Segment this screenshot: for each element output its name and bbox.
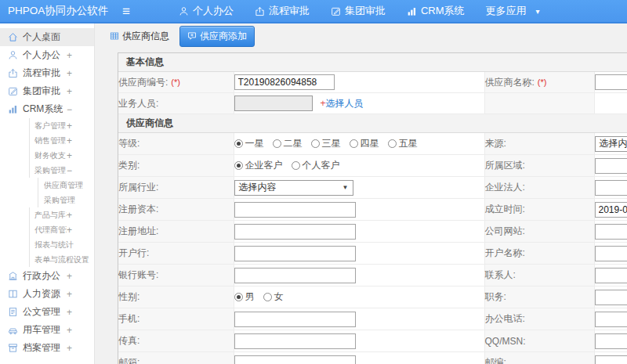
sidebar-item[interactable]: 人力资源+ [0, 285, 94, 303]
expand-plus-icon[interactable]: + [67, 86, 72, 97]
expand-plus-icon[interactable]: + [67, 289, 72, 300]
radio-selected-icon[interactable] [234, 293, 243, 301]
field-control-cell [594, 243, 627, 265]
tab-supplier-add[interactable]: 供应商添加 [179, 26, 255, 47]
expand-plus-icon[interactable]: + [67, 68, 72, 79]
expand-plus-icon[interactable]: + [67, 325, 72, 336]
text-input[interactable] [234, 312, 356, 327]
field-label: 联系人: [485, 269, 516, 280]
expand-plus-icon[interactable]: + [67, 271, 72, 282]
expand-plus-icon[interactable]: + [67, 150, 72, 161]
select-value: 选择内容 [239, 181, 277, 194]
sidebar-item[interactable]: 个人桌面 [0, 28, 94, 46]
expand-plus-icon[interactable]: + [67, 343, 72, 354]
collapse-minus-icon[interactable]: − [67, 104, 72, 115]
text-input[interactable] [595, 224, 627, 240]
radio-selected-icon[interactable] [234, 139, 243, 148]
sidebar-item[interactable]: 供应商管理 [0, 178, 94, 193]
radio-icon[interactable] [273, 139, 281, 148]
section-title: 基本信息 [118, 53, 627, 72]
radio-option[interactable]: 五星 [388, 137, 418, 150]
sidebar-item[interactable]: CRM系统− [0, 100, 94, 118]
text-input[interactable] [234, 268, 356, 283]
expand-plus-icon[interactable]: + [67, 121, 72, 132]
radio-option[interactable]: 二星 [273, 137, 303, 150]
expand-plus-icon[interactable]: + [67, 210, 72, 221]
expand-plus-icon[interactable]: + [67, 307, 72, 318]
sidebar-item[interactable]: 报表与统计 [0, 237, 94, 252]
field-label: 供应商名称: [485, 77, 535, 88]
sidebar-item[interactable]: 流程审批+ [0, 64, 94, 82]
menu-toggle-icon[interactable]: ≡ [119, 5, 133, 18]
radio-icon[interactable] [388, 139, 397, 148]
radio-option[interactable]: 男 [234, 290, 255, 304]
select-input[interactable]: 选择内容▼ [595, 136, 627, 152]
radio-icon[interactable] [263, 293, 272, 301]
radio-selected-icon[interactable] [234, 161, 243, 170]
field-label: 邮编: [485, 357, 506, 364]
top-nav-item[interactable]: 更多应用▾ [486, 4, 540, 18]
radio-icon[interactable] [311, 139, 320, 148]
radio-option[interactable]: 女 [263, 290, 284, 304]
expand-plus-icon[interactable]: + [67, 50, 72, 61]
sidebar-item[interactable]: 代理商管理+ [0, 222, 94, 237]
sidebar-item[interactable]: 采购管理 [0, 193, 94, 207]
field-control-cell [234, 72, 484, 93]
top-nav-item[interactable]: CRM系统 [407, 4, 465, 18]
sidebar-item[interactable]: 采购管理− [0, 163, 94, 178]
sidebar-item-label: 报表与统计 [34, 240, 74, 250]
expand-plus-icon[interactable]: + [67, 135, 72, 146]
radio-option[interactable]: 三星 [311, 137, 341, 150]
text-input[interactable] [595, 74, 627, 90]
text-input[interactable] [595, 312, 627, 327]
top-nav-item[interactable]: 集团审批 [331, 4, 386, 18]
sidebar-item[interactable]: 集团审批+ [0, 82, 94, 100]
sidebar-item[interactable]: 财务收支+ [0, 148, 94, 163]
radio-option[interactable]: 四星 [350, 137, 379, 150]
radio-option[interactable]: 个人客户 [292, 159, 340, 172]
text-input[interactable] [234, 355, 356, 364]
person-input[interactable] [234, 96, 313, 111]
text-input[interactable] [595, 268, 627, 283]
text-input[interactable] [234, 202, 356, 218]
top-nav-item[interactable]: 流程审批 [255, 4, 310, 18]
sidebar-item[interactable]: 客户管理+ [0, 118, 94, 133]
radio-icon[interactable] [292, 161, 300, 170]
chart-icon [407, 6, 417, 16]
field-control-cell [594, 199, 627, 221]
choose-person-link[interactable]: 选择人员 [326, 98, 364, 109]
text-input[interactable] [234, 74, 335, 90]
collapse-minus-icon[interactable]: − [67, 165, 72, 176]
sidebar-item[interactable]: 个人办公+ [0, 46, 94, 64]
text-input[interactable] [234, 224, 356, 240]
sidebar-item[interactable]: 产品与库存+ [0, 207, 94, 222]
text-input[interactable] [595, 158, 627, 174]
sidebar-item[interactable]: 用车管理+ [0, 321, 94, 339]
top-nav-label: 集团审批 [345, 4, 386, 18]
expand-plus-icon[interactable]: + [67, 225, 72, 236]
field-control-cell [234, 352, 484, 364]
sidebar-item[interactable]: 公文管理+ [0, 303, 94, 321]
sidebar-item[interactable]: 销售管理+ [0, 133, 94, 148]
text-input[interactable] [595, 333, 627, 349]
text-input[interactable] [595, 290, 627, 305]
text-input[interactable] [234, 333, 356, 349]
radio-icon[interactable] [350, 139, 358, 148]
tab-supplier-info[interactable]: 供应商信息 [105, 27, 174, 45]
sidebar-item[interactable]: 档案管理+ [0, 339, 94, 357]
radio-option[interactable]: 一星 [234, 137, 264, 150]
select-input[interactable]: 选择内容▼ [234, 180, 353, 196]
top-nav-item[interactable]: 个人办公 [179, 4, 234, 18]
app-brand: PHPOA协同办公软件 [0, 4, 111, 18]
radio-group: 一星二星三星四星五星 [234, 137, 484, 150]
sidebar-item[interactable]: 表单与流程设置+ [0, 252, 94, 267]
text-input[interactable] [595, 202, 627, 218]
text-input[interactable] [234, 246, 356, 261]
sidebar-item-label: 客户管理 [34, 121, 66, 132]
text-input[interactable] [595, 246, 627, 261]
sidebar-item[interactable]: 行政办公+ [0, 267, 94, 285]
text-input[interactable] [595, 355, 627, 364]
field-label-cell: 办公电话: [484, 308, 594, 330]
radio-option[interactable]: 企业客户 [234, 159, 283, 172]
text-input[interactable] [595, 180, 627, 196]
